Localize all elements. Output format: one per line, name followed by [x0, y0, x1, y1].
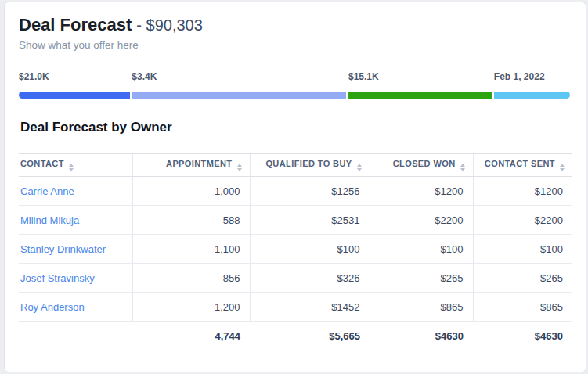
contact-link[interactable]: Milind Mikuja: [20, 214, 79, 226]
closed-won-cell: $100: [370, 235, 473, 264]
progress-label-0: $21.0K: [19, 71, 49, 82]
progress-label-3: Feb 1, 2022: [494, 71, 545, 82]
column-header-appointment[interactable]: Appointment: [132, 154, 250, 177]
progress-segment-appointment[interactable]: [19, 92, 130, 99]
report-amount: - $90,303: [136, 16, 203, 34]
contact-cell: Carrie Anne: [19, 177, 132, 206]
progress-labels: $21.0K $3.4K $15.1K Feb 1, 2022: [19, 71, 570, 84]
column-header-qualified-to-buy[interactable]: Qualified to Buy: [250, 154, 370, 177]
sort-icon: [237, 164, 242, 171]
column-header-closed-won[interactable]: Closed Won: [370, 154, 473, 177]
sort-icon: [357, 164, 362, 171]
page-title: Deal Forecast- $90,303: [19, 15, 570, 35]
appointment-cell: 1,000: [132, 177, 250, 206]
qualified-cell: $1452: [250, 293, 370, 322]
contact-link[interactable]: Carrie Anne: [20, 185, 74, 197]
qualified-cell: $1256: [250, 177, 370, 206]
table-header-row: Contact Appointment Qualified to Buy Clo…: [19, 154, 572, 177]
appointment-cell: 1,100: [132, 235, 250, 264]
table-row: Milind Mikuja 588 $2531 $2200 $2200: [19, 206, 572, 235]
table-title: Deal Forecast by Owner: [20, 120, 570, 135]
sort-icon: [460, 164, 465, 171]
closed-won-cell: $865: [370, 293, 473, 322]
closed-won-cell: $1200: [370, 177, 473, 206]
column-header-contact-sent[interactable]: Contact Sent: [473, 154, 572, 177]
appointment-cell: 856: [132, 264, 250, 293]
totals-empty-cell: [19, 322, 132, 351]
totals-contact-sent: $4630: [473, 322, 572, 351]
deal-forecast-table: Contact Appointment Qualified to Buy Clo…: [19, 153, 572, 351]
contact-sent-cell: $100: [473, 235, 572, 264]
table-row: Josef Stravinsky 856 $326 $265 $265: [19, 264, 572, 293]
contact-link[interactable]: Josef Stravinsky: [20, 272, 95, 284]
qualified-cell: $100: [250, 235, 370, 264]
contact-cell: Roy Anderson: [19, 293, 132, 322]
totals-closed-won: $4630: [370, 322, 473, 351]
qualified-cell: $326: [250, 264, 370, 293]
appointment-cell: 1,200: [132, 293, 250, 322]
column-header-contact[interactable]: Contact: [19, 154, 132, 177]
report-title-text: Deal Forecast: [19, 15, 132, 34]
closed-won-cell: $2200: [370, 206, 473, 235]
contact-sent-cell: $2200: [473, 206, 572, 235]
sort-icon: [560, 164, 565, 171]
forecast-progress: $21.0K $3.4K $15.1K Feb 1, 2022: [19, 71, 570, 99]
qualified-cell: $2531: [250, 206, 370, 235]
contact-cell: Milind Mikuja: [19, 206, 132, 235]
progress-label-2: $15.1K: [348, 71, 379, 82]
table-row: Stanley Drinkwater 1,100 $100 $100 $100: [19, 235, 572, 264]
totals-appointment: 4,744: [132, 322, 250, 351]
contact-link[interactable]: Roy Anderson: [20, 301, 85, 313]
table-row: Roy Anderson 1,200 $1452 $865 $865: [19, 293, 572, 322]
progress-segment-contact-sent[interactable]: [494, 92, 570, 99]
progress-bar: [19, 92, 570, 99]
totals-row: 4,744 $5,665 $4630 $4630: [19, 322, 572, 351]
contact-sent-cell: $265: [473, 264, 572, 293]
appointment-cell: 588: [132, 206, 250, 235]
contact-link[interactable]: Stanley Drinkwater: [20, 243, 106, 255]
progress-segment-closed-won[interactable]: [348, 92, 492, 99]
table-row: Carrie Anne 1,000 $1256 $1200 $1200: [19, 177, 572, 206]
deal-forecast-card: Deal Forecast- $90,303 Show what you off…: [4, 2, 586, 372]
contact-sent-cell: $1200: [473, 177, 572, 206]
closed-won-cell: $265: [370, 264, 473, 293]
progress-label-1: $3.4K: [132, 71, 157, 82]
sort-icon: [69, 164, 74, 171]
report-subtitle: Show what you offer here: [19, 39, 570, 51]
contact-cell: Stanley Drinkwater: [19, 235, 132, 264]
contact-cell: Josef Stravinsky: [19, 264, 132, 293]
totals-qualified: $5,665: [250, 322, 370, 351]
contact-sent-cell: $865: [473, 293, 572, 322]
progress-segment-qualified[interactable]: [132, 92, 347, 99]
